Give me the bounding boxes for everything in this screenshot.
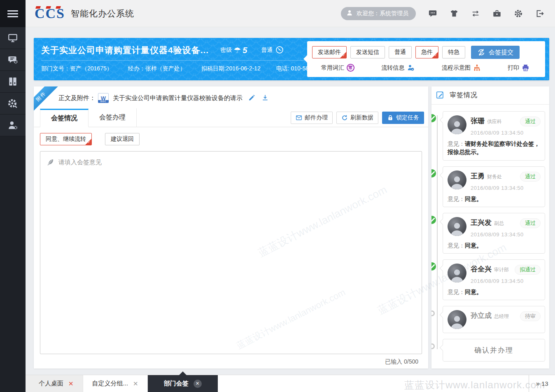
approver-dept: 总经理: [494, 313, 509, 320]
approval-comment: 意见：请财务处和监察审计处会签，报徐总批示。: [448, 140, 541, 156]
countersign-submit-button[interactable]: 会签提交: [471, 46, 520, 59]
sidebar-item-account[interactable]: [0, 114, 26, 136]
toolbar-button-label: 刷新数据: [350, 114, 373, 121]
bottom-tab-bar: 个人桌面✕自定义分组...✕部门会签✕ 蓝蓝设计www.lanlanwork.c…: [26, 375, 555, 392]
approver-name: 王勇: [471, 171, 485, 181]
attachment-filename[interactable]: 关于实业公司申请购置计量仪器校验设备的请示: [113, 94, 243, 102]
approval-name-row: 王兴发副总通过: [471, 218, 541, 228]
submit-icon: [477, 48, 485, 56]
action-button-label: 发送邮件: [318, 49, 341, 55]
settings-button[interactable]: [514, 9, 523, 18]
bottom-tab-个人桌面[interactable]: 个人桌面✕: [26, 375, 83, 392]
confirm-handle-card[interactable]: 确认并办理: [443, 339, 545, 362]
umbrella-icon: ☂: [233, 46, 241, 54]
toolbar-button-邮件办理[interactable]: 邮件办理: [291, 112, 333, 124]
flow-chart-icon: [473, 64, 481, 72]
banner-meta-item: 拟稿日期:2016-06-2-12: [201, 65, 261, 72]
approval-comment-label: 意见：: [448, 140, 465, 147]
gauge-icon: [275, 46, 284, 54]
approval-card-head: 王勇财务处通过2016/08/09 13:34:50: [448, 170, 541, 191]
opinion-button-row: 同意、继续流转建议退回: [34, 127, 428, 145]
tool-link-打印[interactable]: 打印: [508, 64, 529, 72]
sidebar-item-desktop[interactable]: [0, 27, 26, 49]
approval-datetime: 2016/08/09 13:34:50: [471, 278, 541, 284]
approval-card-info: 谷全兴审计部拟通过2016/08/09 13:34:50: [471, 264, 541, 284]
briefcase-button[interactable]: [492, 9, 501, 18]
action-button-发送短信[interactable]: 发送短信: [350, 46, 385, 58]
tool-link-流转信息[interactable]: 流转信息: [381, 64, 415, 72]
checked-corner-icon: [340, 52, 346, 58]
approval-card-info: 王兴发副总通过2016/08/09 13:34:50: [471, 217, 541, 238]
edit-pencil-icon: [248, 94, 256, 101]
sidebar-item-settings[interactable]: [0, 93, 26, 114]
tab-overflow-button[interactable]: » 13: [529, 375, 555, 392]
banner-action-panel: 发送邮件发送短信普通急件特急会签提交 常用词汇常流转信息流程示意图打印: [307, 41, 545, 77]
pending-circle-icon: [431, 310, 435, 316]
status-badge: 待审: [520, 311, 541, 321]
message-button[interactable]: [428, 9, 437, 18]
double-chevron-icon: »: [536, 380, 538, 388]
banner-meta-item: 经办：张样（资产处）: [128, 65, 186, 72]
settings-icon: [514, 9, 523, 18]
main-panel: 附件 正文及附件： W 关于实业公司申请购置计量仪器校验设备的请示 会签情况会签…: [34, 86, 428, 369]
download-attachment-button[interactable]: [261, 94, 269, 103]
approved-check-icon: [431, 262, 436, 271]
signing-comment-input[interactable]: 请填入会签意见: [40, 151, 422, 354]
approval-panel-header: 审签情况: [431, 86, 549, 105]
sidebar-item-message[interactable]: [0, 49, 26, 71]
main-tab-row: 会签情况会签办理 邮件办理刷新数据锁定任务: [34, 109, 428, 127]
close-tab-icon[interactable]: ✕: [68, 380, 74, 387]
approval-comment: 意见：同意。: [448, 195, 541, 203]
approval-comment: 意见：同意。: [448, 288, 541, 296]
approval-status-panel: 审签情况 张珊供应科通过2016/08/09 13:34:50意见：请财务处和监…: [431, 86, 549, 369]
tab-会签办理[interactable]: 会签办理: [89, 108, 137, 127]
close-tab-icon[interactable]: ✕: [133, 380, 138, 387]
tool-link-流程示意图[interactable]: 流程示意图: [442, 64, 481, 72]
opinion-button-同意、继续流转[interactable]: 同意、继续流转: [40, 133, 92, 145]
status-badge: 通过: [520, 172, 541, 182]
opinion-button-建议退回[interactable]: 建议退回: [105, 133, 140, 145]
bottom-tab-自定义分组...[interactable]: 自定义分组...✕: [83, 375, 148, 392]
toolbar-button-刷新数据[interactable]: 刷新数据: [336, 112, 378, 124]
approval-comment-text: 同意。: [465, 242, 482, 249]
close-tab-icon[interactable]: ✕: [194, 380, 202, 388]
binders-icon: [7, 76, 18, 87]
action-button-特急[interactable]: 特急: [442, 46, 465, 58]
approval-comment-label: 意见：: [448, 196, 465, 202]
theme-button[interactable]: [450, 9, 459, 18]
sidebar-item-archive[interactable]: [0, 71, 26, 93]
gear-wrench-icon: [7, 98, 18, 109]
action-button-发送邮件[interactable]: 发送邮件: [312, 46, 347, 58]
pending-circle-icon: [431, 343, 435, 349]
switch-button[interactable]: [471, 9, 480, 18]
status-badge: 拟通过: [515, 265, 541, 275]
status-badge: 通过: [520, 117, 541, 126]
tab-会签情况[interactable]: 会签情况: [40, 109, 89, 127]
secrecy-level: 密级 ☂ 5: [220, 46, 247, 55]
bottom-tab-部门会签[interactable]: 部门会签✕: [148, 375, 218, 392]
approval-card-head: 张珊供应科通过2016/08/09 13:34:50: [448, 115, 541, 136]
approved-check-icon: [431, 169, 436, 177]
app-logo: CCS: [35, 7, 65, 21]
action-button-普通[interactable]: 普通: [389, 46, 412, 58]
action-button-急件[interactable]: 急件: [415, 46, 438, 58]
char-count: 已输入 0/500: [34, 354, 428, 366]
edit-attachment-button[interactable]: [248, 94, 256, 103]
hamburger-menu-button[interactable]: [0, 0, 26, 27]
approval-card-info: 张珊供应科通过2016/08/09 13:34:50: [471, 115, 541, 136]
approved-check-icon: [431, 216, 436, 224]
tool-link-常用词汇[interactable]: 常用词汇常: [321, 64, 354, 72]
user-gear-icon: [7, 120, 18, 131]
user-welcome-pill[interactable]: 欢迎您：系统管理员: [341, 7, 416, 20]
approval-comment-text: 同意。: [465, 196, 482, 202]
toolbar-button-锁定任务[interactable]: 锁定任务: [382, 112, 424, 124]
logout-button[interactable]: [535, 9, 544, 18]
feather-icon: [46, 158, 54, 166]
tool-link-label: 流程示意图: [442, 64, 471, 72]
attachment-row: 正文及附件： W 关于实业公司申请购置计量仪器校验设备的请示: [34, 86, 428, 109]
bottom-tab-label: 个人桌面: [39, 380, 63, 387]
tool-link-label: 常用词汇: [321, 64, 344, 72]
approved-check-icon: [431, 114, 436, 122]
approval-comment-text: 同意。: [465, 289, 482, 295]
logout-icon: [535, 9, 544, 18]
